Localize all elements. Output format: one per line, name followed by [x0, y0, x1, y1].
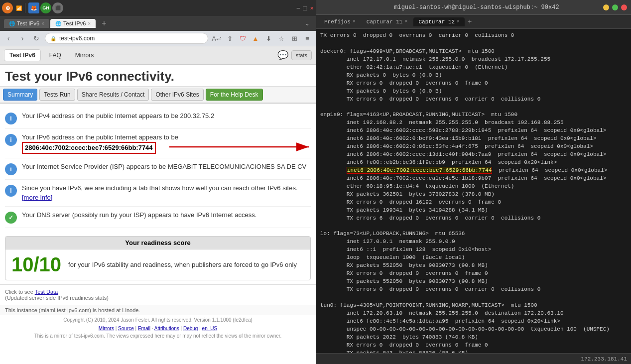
browser-panel: ⊕ 📶 🦊 GH ⬛ − □ × 🌐 Test IPv6 × 🌐 Test IP… — [0, 0, 316, 364]
address-bar[interactable]: 🔒 test-ipv6.com — [45, 33, 208, 44]
terminal-minimize-button[interactable] — [603, 4, 609, 10]
terminal-tab-prefijos[interactable]: Prefijos × — [319, 17, 361, 26]
terminal-tab-capturar12-close[interactable]: × — [457, 19, 460, 24]
taskbar-icon-1[interactable]: ⊕ — [2, 2, 13, 13]
mirror-note: This is a mirror of test-ipv6.com. The v… — [0, 332, 316, 342]
window-maximize[interactable]: □ — [303, 4, 307, 12]
info-icon-3: i — [5, 163, 17, 175]
chat-icon[interactable]: 💬 — [277, 50, 288, 61]
info-icon-1: i — [5, 113, 17, 124]
new-tab-icon[interactable]: + — [102, 19, 106, 28]
site-nav: Test IPv6 FAQ Mirrors 💬 stats — [0, 46, 316, 65]
debug-link[interactable]: Debug — [183, 326, 198, 331]
mirrors-link[interactable]: Mirrors — [99, 326, 114, 331]
test-data-link[interactable]: Test Data — [35, 289, 58, 295]
more-info-link[interactable]: [more info] — [22, 194, 52, 201]
site-tab-faq[interactable]: FAQ — [44, 49, 67, 61]
terminal-ipv6-highlight: inet6 2806:40c:7002:cccc:bec7:6529:66bb:… — [347, 167, 492, 174]
attributions-link[interactable]: Attributions — [154, 326, 179, 331]
terminal-tab-prefijos-close[interactable]: × — [353, 19, 356, 24]
download-icon[interactable]: ⬇ — [263, 33, 274, 44]
terminal-tab-capturar12[interactable]: Capturar 12 × — [413, 17, 465, 26]
info-icon-4: i — [5, 185, 17, 197]
browser-tab-new[interactable]: + — [97, 17, 111, 29]
terminal-tab-capturar11-close[interactable]: × — [404, 19, 407, 24]
source-link[interactable]: Source — [118, 326, 134, 331]
terminal-maximize-button[interactable] — [612, 4, 618, 10]
tab-result-main: Since you have IPv6, we are including a … — [22, 184, 298, 192]
tab-share-results[interactable]: Share Results / Contact — [77, 89, 149, 101]
site-nav-tabs: Test IPv6 FAQ Mirrors — [4, 49, 99, 61]
score-section: Your readiness score 10/10 for your IPv6… — [5, 236, 311, 280]
results-list: i Your IPv4 address on the public Intern… — [0, 104, 316, 232]
window-close[interactable]: × — [310, 4, 314, 12]
tab-summary[interactable]: Summary — [3, 89, 37, 101]
terminal-titlebar: miguel-santos-wh@miguel-santos-wisphub:~… — [316, 0, 631, 15]
score-description: for your IPv6 stability and readiness, w… — [68, 260, 297, 270]
email-link[interactable]: Email — [138, 326, 150, 331]
terminal-window-buttons — [603, 4, 627, 10]
terminal-tab-capturar11-label: Capturar 11 — [367, 19, 403, 25]
ipv6-label-text: Your IPv6 address on the public Internet… — [22, 133, 178, 141]
page-title: Test your IPv6 connectivity. — [0, 65, 316, 87]
back-button[interactable]: ‹ — [3, 33, 14, 44]
isp-result-item: i Your Internet Service Provider (ISP) a… — [5, 158, 311, 180]
menu-icon[interactable]: ≡ — [302, 33, 313, 44]
browser-tab-active[interactable]: 🌐 Test IPv6 × — [50, 19, 96, 28]
lang-link[interactable]: en_US — [202, 326, 218, 331]
bookmark-icon[interactable]: ☆ — [276, 33, 287, 44]
taskbar-icon-ff[interactable]: 🦊 — [28, 2, 39, 13]
window-minimize[interactable]: − — [296, 4, 300, 12]
terminal-new-tab-icon[interactable]: + — [468, 18, 472, 26]
isp-result-text: Your Internet Service Provider (ISP) app… — [22, 162, 306, 171]
browser-tab-inactive[interactable]: 🌐 Test IPv6 × — [4, 19, 49, 28]
share-icon[interactable]: ⇧ — [224, 33, 235, 44]
extension2-icon[interactable]: ▲ — [250, 33, 261, 44]
site-tab-test-ipv6[interactable]: Test IPv6 — [4, 49, 41, 61]
click-to-see-text: Click to see — [5, 289, 33, 295]
translate-icon[interactable]: A⇌ — [211, 33, 222, 44]
tab-help-desk[interactable]: For the Help Desk — [206, 89, 263, 101]
dns-result-text: Your DNS server (possibly run by your IS… — [22, 211, 256, 220]
tab-list-icon[interactable]: ⌄ — [305, 20, 310, 27]
taskbar-icon-term[interactable]: ⬛ — [52, 2, 63, 13]
tab-close-icon[interactable]: × — [41, 21, 44, 26]
terminal-tab-prefijos-label: Prefijos — [324, 19, 351, 25]
tab-tests-run[interactable]: Tests Run — [39, 89, 75, 101]
info-icon-2: i — [5, 134, 17, 146]
tab-options-icon[interactable]: ⊞ — [289, 33, 300, 44]
ipv6-result-item: i Your IPv6 address on the public Intern… — [5, 129, 311, 158]
instance-note: This instance (miami.test-ipv6.com) is h… — [0, 305, 316, 315]
terminal-output: TX errors 0 dropped 0 overruns 0 carrier… — [320, 32, 627, 353]
terminal-ip-display: 172.233.181.41 — [581, 356, 627, 362]
browser-tab-bar: 🌐 Test IPv6 × 🌐 Test IPv6 × + ⌄ — [0, 16, 316, 31]
url-text: test-ipv6.com — [59, 35, 95, 42]
tab-close-active-icon[interactable]: × — [88, 21, 91, 26]
terminal-tabs: Prefijos × Capturar 11 × Capturar 12 × + — [316, 15, 631, 29]
ipv6-address-highlight: 2806:40c:7002:cccc:bec7:6529:66bb:7744 — [22, 142, 156, 154]
site-tab-mirrors[interactable]: Mirrors — [70, 49, 99, 61]
refresh-button[interactable]: ↻ — [31, 33, 42, 44]
tab-result-text: Since you have IPv6, we are including a … — [22, 184, 311, 202]
forward-button[interactable]: › — [17, 33, 28, 44]
ipv4-result-text: Your IPv4 address on the public Internet… — [22, 112, 214, 121]
footer-links: Mirrors | Source | Email · Attributions … — [0, 325, 316, 332]
extension-icon[interactable]: 🛡 — [237, 33, 248, 44]
score-header: Your readiness score — [5, 237, 310, 249]
browser-chrome: ‹ › ↻ 🔒 test-ipv6.com A⇌ ⇧ 🛡 ▲ ⬇ ☆ ⊞ ≡ — [0, 31, 316, 46]
page-footer: Click to see Test Data (Updated server s… — [0, 284, 316, 305]
terminal-panel: miguel-santos-wh@miguel-santos-wisphub:~… — [316, 0, 631, 364]
stats-button[interactable]: stats — [291, 50, 312, 60]
terminal-close-button[interactable] — [621, 4, 627, 10]
dns-result-item: ✓ Your DNS server (possibly run by your … — [5, 207, 311, 228]
terminal-title: miguel-santos-wh@miguel-santos-wisphub:~… — [350, 4, 603, 11]
lock-icon: 🔒 — [50, 36, 56, 41]
copyright-text: Copyright (C) 2010, 2024 Jason Fesler. A… — [0, 315, 316, 325]
os-taskbar: ⊕ 📶 🦊 GH ⬛ − □ × — [0, 0, 316, 16]
terminal-tab-capturar11[interactable]: Capturar 11 × — [362, 17, 413, 26]
taskbar-icon-gh[interactable]: GH — [40, 2, 51, 13]
score-body: 10/10 for your IPv6 stability and readin… — [5, 249, 310, 280]
terminal-body[interactable]: TX errors 0 dropped 0 overruns 0 carrier… — [316, 29, 631, 353]
browser-actions: A⇌ ⇧ 🛡 ▲ ⬇ ☆ ⊞ ≡ — [211, 33, 313, 44]
tab-other-ipv6[interactable]: Other IPv6 Sites — [151, 89, 203, 101]
